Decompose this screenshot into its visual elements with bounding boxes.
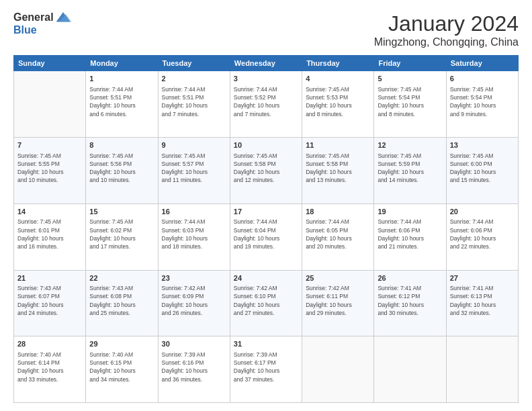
day-info: Sunrise: 7:39 AM Sunset: 6:16 PM Dayligh… — [162, 351, 226, 383]
week-row-4: 21Sunrise: 7:43 AM Sunset: 6:07 PM Dayli… — [14, 270, 519, 336]
calendar-cell: 16Sunrise: 7:44 AM Sunset: 6:03 PM Dayli… — [158, 203, 230, 270]
col-header-saturday: Saturday — [446, 56, 518, 71]
day-number: 22 — [89, 273, 154, 283]
day-number: 31 — [234, 339, 298, 349]
day-number: 29 — [89, 339, 154, 349]
day-number: 11 — [306, 140, 370, 150]
calendar-cell: 25Sunrise: 7:42 AM Sunset: 6:11 PM Dayli… — [302, 270, 374, 336]
calendar-cell: 9Sunrise: 7:45 AM Sunset: 5:57 PM Daylig… — [158, 138, 230, 204]
day-number: 10 — [234, 140, 298, 150]
day-number: 18 — [306, 207, 370, 217]
logo-icon — [55, 11, 71, 24]
header: General Blue January 2024 Mingzhong, Cho… — [13, 11, 519, 48]
calendar-subtitle: Mingzhong, Chongqing, China — [374, 36, 519, 48]
calendar-cell: 29Sunrise: 7:40 AM Sunset: 6:15 PM Dayli… — [86, 336, 158, 403]
calendar-cell: 8Sunrise: 7:45 AM Sunset: 5:56 PM Daylig… — [86, 138, 158, 204]
calendar-cell — [374, 336, 446, 403]
day-info: Sunrise: 7:45 AM Sunset: 5:53 PM Dayligh… — [306, 85, 370, 118]
calendar-cell: 22Sunrise: 7:43 AM Sunset: 6:08 PM Dayli… — [86, 270, 158, 336]
day-info: Sunrise: 7:44 AM Sunset: 5:52 PM Dayligh… — [234, 85, 298, 118]
day-number: 27 — [450, 273, 515, 283]
day-info: Sunrise: 7:42 AM Sunset: 6:10 PM Dayligh… — [234, 284, 298, 317]
day-number: 13 — [450, 140, 515, 150]
day-info: Sunrise: 7:45 AM Sunset: 6:02 PM Dayligh… — [89, 218, 154, 250]
day-info: Sunrise: 7:43 AM Sunset: 6:08 PM Dayligh… — [89, 284, 154, 317]
calendar-cell: 10Sunrise: 7:45 AM Sunset: 5:58 PM Dayli… — [230, 138, 302, 204]
col-header-thursday: Thursday — [302, 56, 374, 71]
calendar-cell: 11Sunrise: 7:45 AM Sunset: 5:58 PM Dayli… — [302, 138, 374, 204]
calendar-cell: 14Sunrise: 7:45 AM Sunset: 6:01 PM Dayli… — [14, 203, 86, 270]
calendar-title: January 2024 — [374, 11, 519, 36]
calendar-cell — [446, 336, 518, 403]
day-number: 4 — [306, 74, 370, 84]
day-number: 7 — [17, 140, 82, 150]
day-info: Sunrise: 7:45 AM Sunset: 5:58 PM Dayligh… — [306, 152, 370, 185]
day-number: 1 — [89, 74, 154, 84]
header-row: SundayMondayTuesdayWednesdayThursdayFrid… — [14, 56, 519, 71]
day-number: 8 — [89, 140, 154, 150]
day-number: 28 — [17, 339, 82, 349]
day-info: Sunrise: 7:44 AM Sunset: 5:51 PM Dayligh… — [162, 85, 226, 118]
calendar-cell: 15Sunrise: 7:45 AM Sunset: 6:02 PM Dayli… — [86, 203, 158, 270]
day-info: Sunrise: 7:40 AM Sunset: 6:14 PM Dayligh… — [17, 351, 82, 383]
day-number: 5 — [378, 74, 442, 84]
calendar-cell: 7Sunrise: 7:45 AM Sunset: 5:55 PM Daylig… — [14, 138, 86, 204]
day-number: 21 — [17, 273, 82, 283]
day-info: Sunrise: 7:44 AM Sunset: 6:05 PM Dayligh… — [306, 218, 370, 250]
day-info: Sunrise: 7:45 AM Sunset: 5:56 PM Dayligh… — [89, 152, 154, 185]
day-info: Sunrise: 7:44 AM Sunset: 6:06 PM Dayligh… — [378, 218, 442, 250]
day-number: 24 — [234, 273, 298, 283]
day-number: 3 — [234, 74, 298, 84]
day-number: 2 — [162, 74, 226, 84]
day-number: 14 — [17, 207, 82, 217]
col-header-friday: Friday — [374, 56, 446, 71]
day-info: Sunrise: 7:44 AM Sunset: 6:03 PM Dayligh… — [162, 218, 226, 250]
calendar-cell: 21Sunrise: 7:43 AM Sunset: 6:07 PM Dayli… — [14, 270, 86, 336]
calendar-cell: 30Sunrise: 7:39 AM Sunset: 6:16 PM Dayli… — [158, 336, 230, 403]
logo-text: General — [13, 11, 71, 24]
day-number: 16 — [162, 207, 226, 217]
day-number: 17 — [234, 207, 298, 217]
day-info: Sunrise: 7:40 AM Sunset: 6:15 PM Dayligh… — [89, 351, 154, 383]
day-info: Sunrise: 7:41 AM Sunset: 6:13 PM Dayligh… — [450, 284, 515, 317]
day-info: Sunrise: 7:42 AM Sunset: 6:09 PM Dayligh… — [162, 284, 226, 317]
calendar-cell: 27Sunrise: 7:41 AM Sunset: 6:13 PM Dayli… — [446, 270, 518, 336]
col-header-tuesday: Tuesday — [158, 56, 230, 71]
calendar-cell: 18Sunrise: 7:44 AM Sunset: 6:05 PM Dayli… — [302, 203, 374, 270]
day-info: Sunrise: 7:45 AM Sunset: 6:00 PM Dayligh… — [450, 152, 515, 185]
day-info: Sunrise: 7:44 AM Sunset: 6:06 PM Dayligh… — [450, 218, 515, 250]
day-number: 15 — [89, 207, 154, 217]
col-header-wednesday: Wednesday — [230, 56, 302, 71]
calendar-cell: 2Sunrise: 7:44 AM Sunset: 5:51 PM Daylig… — [158, 71, 230, 138]
day-info: Sunrise: 7:41 AM Sunset: 6:12 PM Dayligh… — [378, 284, 442, 317]
calendar-cell — [14, 71, 86, 138]
day-number: 23 — [162, 273, 226, 283]
calendar-cell: 12Sunrise: 7:45 AM Sunset: 5:59 PM Dayli… — [374, 138, 446, 204]
title-block: January 2024 Mingzhong, Chongqing, China — [374, 11, 519, 48]
logo: General Blue — [13, 11, 71, 36]
calendar-cell: 20Sunrise: 7:44 AM Sunset: 6:06 PM Dayli… — [446, 203, 518, 270]
day-info: Sunrise: 7:44 AM Sunset: 6:04 PM Dayligh… — [234, 218, 298, 250]
calendar-cell: 6Sunrise: 7:45 AM Sunset: 5:54 PM Daylig… — [446, 71, 518, 138]
day-number: 19 — [378, 207, 442, 217]
col-header-sunday: Sunday — [14, 56, 86, 71]
day-info: Sunrise: 7:43 AM Sunset: 6:07 PM Dayligh… — [17, 284, 82, 317]
week-row-2: 7Sunrise: 7:45 AM Sunset: 5:55 PM Daylig… — [14, 138, 519, 204]
day-number: 9 — [162, 140, 226, 150]
day-number: 26 — [378, 273, 442, 283]
day-info: Sunrise: 7:45 AM Sunset: 5:58 PM Dayligh… — [234, 152, 298, 185]
col-header-monday: Monday — [86, 56, 158, 71]
calendar-cell: 1Sunrise: 7:44 AM Sunset: 5:51 PM Daylig… — [86, 71, 158, 138]
calendar-cell: 24Sunrise: 7:42 AM Sunset: 6:10 PM Dayli… — [230, 270, 302, 336]
calendar-cell: 3Sunrise: 7:44 AM Sunset: 5:52 PM Daylig… — [230, 71, 302, 138]
day-info: Sunrise: 7:45 AM Sunset: 5:55 PM Dayligh… — [17, 152, 82, 185]
calendar-cell: 5Sunrise: 7:45 AM Sunset: 5:54 PM Daylig… — [374, 71, 446, 138]
logo-general: General — [13, 11, 54, 24]
calendar-cell: 26Sunrise: 7:41 AM Sunset: 6:12 PM Dayli… — [374, 270, 446, 336]
calendar-cell: 28Sunrise: 7:40 AM Sunset: 6:14 PM Dayli… — [14, 336, 86, 403]
calendar-cell: 19Sunrise: 7:44 AM Sunset: 6:06 PM Dayli… — [374, 203, 446, 270]
day-number: 25 — [306, 273, 370, 283]
day-number: 30 — [162, 339, 226, 349]
day-info: Sunrise: 7:42 AM Sunset: 6:11 PM Dayligh… — [306, 284, 370, 317]
day-info: Sunrise: 7:45 AM Sunset: 5:54 PM Dayligh… — [450, 85, 515, 118]
